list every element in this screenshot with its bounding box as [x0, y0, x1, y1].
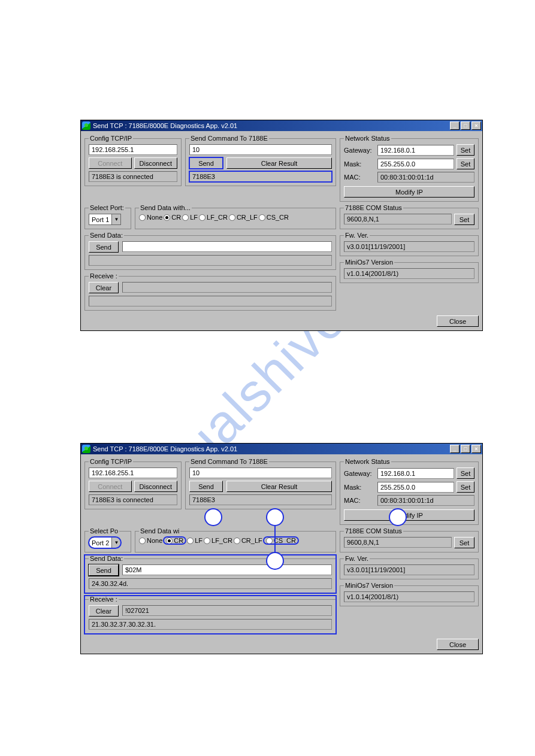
- set-mask-button[interactable]: Set: [457, 158, 474, 169]
- net-legend: Network Status: [344, 458, 391, 465]
- modify-ip-button[interactable]: Modify IP: [344, 186, 474, 198]
- config-legend: Config TCP/IP: [89, 458, 133, 465]
- port-select[interactable]: Port 2: [89, 537, 121, 548]
- radio-none[interactable]: None: [139, 537, 162, 544]
- fw-legend: Fw. Ver.: [344, 232, 370, 239]
- mask-label: Mask:: [344, 484, 375, 491]
- app-icon: [82, 445, 90, 453]
- receive-hex: 21.30.32.37.30.32.31.: [89, 619, 332, 630]
- clear-result-button[interactable]: Clear Result: [226, 481, 332, 492]
- minimize-button[interactable]: _: [450, 122, 460, 130]
- conn-status: 7188E3 is connected: [89, 171, 177, 182]
- network-status-group: Network Status Gateway: 192.168.0.1 Set …: [340, 458, 479, 525]
- fw-value: v3.0.01[11/19/2001]: [344, 241, 474, 252]
- radio-crlf[interactable]: CR_LF: [229, 214, 258, 221]
- mac-label: MAC:: [344, 174, 375, 181]
- com-legend: 7188E COM Status: [344, 204, 403, 211]
- modify-ip-button[interactable]: Modify IP: [344, 509, 474, 521]
- chevron-down-icon: [111, 214, 120, 224]
- com-status-group: 7188E COM Status 9600,8,N,1 Set: [340, 204, 479, 229]
- maximize-button[interactable]: □: [461, 122, 470, 130]
- port-value: Port 2: [89, 539, 111, 546]
- close-button[interactable]: ×: [471, 445, 481, 453]
- radio-lf[interactable]: LF: [182, 214, 198, 221]
- mac-label: MAC:: [344, 497, 375, 504]
- set-com-button[interactable]: Set: [454, 214, 474, 225]
- net-legend: Network Status: [344, 135, 391, 142]
- receive-legend: Receive :: [89, 272, 119, 280]
- clear-receive-button[interactable]: Clear: [89, 282, 119, 293]
- minimize-button[interactable]: _: [450, 445, 460, 453]
- window-title: Send TCP : 7188E/8000E Diagnostics App. …: [93, 445, 237, 453]
- titlebar: Send TCP : 7188E/8000E Diagnostics App. …: [81, 120, 482, 131]
- radio-crlf[interactable]: CR_LF: [234, 537, 262, 544]
- radio-cr[interactable]: CR: [164, 537, 186, 544]
- clear-result-button[interactable]: Clear Result: [226, 157, 332, 169]
- close-app-button[interactable]: Close: [437, 639, 479, 650]
- window-1: Send TCP : 7188E/8000E Diagnostics App. …: [80, 120, 483, 331]
- ip-input[interactable]: 192.168.255.1: [89, 467, 177, 478]
- send-cmd-button[interactable]: Send: [189, 157, 223, 169]
- window-title: Send TCP : 7188E/8000E Diagnostics App. …: [93, 122, 237, 129]
- connect-button[interactable]: Connect: [89, 157, 132, 169]
- send-cmd-button[interactable]: Send: [189, 481, 223, 492]
- select-port-legend: Select Port:: [89, 204, 125, 211]
- close-app-button[interactable]: Close: [437, 315, 479, 327]
- set-gateway-button[interactable]: Set: [457, 144, 474, 156]
- disconnect-button[interactable]: Disconnect: [134, 157, 177, 169]
- mask-input[interactable]: 255.255.0.0: [377, 159, 454, 169]
- connect-button[interactable]: Connect: [89, 481, 132, 492]
- set-com-button[interactable]: Set: [454, 537, 474, 548]
- radio-cscr[interactable]: CS_CR: [259, 214, 289, 221]
- fw-ver-group: Fw. Ver. v3.0.01[11/19/2001]: [340, 232, 479, 256]
- com-status-group: 7188E COM Status 9600,8,N,1 Set: [340, 527, 479, 552]
- send-command-group: Send Command To 7188E 10 Send Clear Resu…: [185, 458, 336, 509]
- port-select[interactable]: Port 1: [89, 214, 121, 225]
- radio-lfcr[interactable]: LF_CR: [199, 214, 228, 221]
- gateway-input[interactable]: 192.168.0.1: [377, 468, 454, 479]
- cmd-input[interactable]: 10: [189, 467, 332, 478]
- send-data-button[interactable]: Send: [89, 564, 119, 576]
- send-data-button[interactable]: Send: [89, 241, 119, 253]
- maximize-button[interactable]: □: [461, 445, 470, 453]
- disconnect-button[interactable]: Disconnect: [134, 481, 177, 492]
- minios-group: MiniOs7 Version v1.0.14(2001/8/1): [340, 582, 479, 606]
- mask-input[interactable]: 255.255.0.0: [377, 482, 454, 493]
- port-value: Port 1: [89, 216, 111, 223]
- send-data-group: Send Data: Send $02M 24.30.32.4d.: [84, 555, 336, 593]
- config-tcpip-group: Config TCP/IP 192.168.255.1 Connect Disc…: [84, 458, 182, 509]
- clear-receive-button[interactable]: Clear: [89, 605, 119, 617]
- titlebar: Send TCP : 7188E/8000E Diagnostics App. …: [81, 444, 482, 454]
- fw-value: v3.0.01[11/19/2001]: [344, 564, 474, 575]
- com-value: 9600,8,N,1: [344, 214, 452, 224]
- network-status-group: Network Status Gateway: 192.168.0.1 Set …: [340, 135, 479, 202]
- gateway-label: Gateway:: [344, 470, 375, 477]
- send-data-with-legend: Send Data with...: [139, 204, 192, 211]
- receive-hex: [89, 296, 332, 306]
- gateway-input[interactable]: 192.168.0.1: [377, 145, 454, 156]
- radio-cscr[interactable]: CS_CR: [264, 537, 298, 544]
- radio-none[interactable]: None: [139, 214, 162, 221]
- ip-input[interactable]: 192.168.255.1: [89, 144, 177, 155]
- send-data-hex: [89, 255, 332, 266]
- receive-legend: Receive :: [89, 596, 119, 603]
- radio-cr[interactable]: CR: [164, 214, 181, 221]
- mos-value: v1.0.14(2001/8/1): [344, 591, 474, 602]
- send-data-input[interactable]: [122, 241, 332, 252]
- set-gateway-button[interactable]: Set: [457, 467, 474, 479]
- fw-ver-group: Fw. Ver. v3.0.01[11/19/2001]: [340, 555, 479, 579]
- send-data-input[interactable]: $02M: [122, 564, 332, 575]
- send-cmd-legend: Send Command To 7188E: [189, 135, 269, 142]
- cmd-input[interactable]: 10: [189, 144, 332, 155]
- select-port-group: Select Port: Port 1: [84, 204, 131, 229]
- send-data-group: Send Data: Send: [84, 232, 336, 270]
- close-button[interactable]: ×: [471, 122, 481, 130]
- send-data-with-group: Send Data wi None CR LF LF_CR CR_LF CS_C…: [135, 527, 336, 552]
- set-mask-button[interactable]: Set: [457, 481, 474, 493]
- conn-status: 7188E3 is connected: [89, 494, 177, 505]
- chevron-down-icon: [111, 538, 120, 548]
- minios-group: MiniOs7 Version v1.0.14(2001/8/1): [340, 259, 479, 283]
- radio-lf[interactable]: LF: [187, 537, 202, 544]
- send-data-with-group: Send Data with... None CR LF LF_CR CR_LF…: [135, 204, 336, 229]
- radio-lfcr[interactable]: LF_CR: [204, 537, 232, 544]
